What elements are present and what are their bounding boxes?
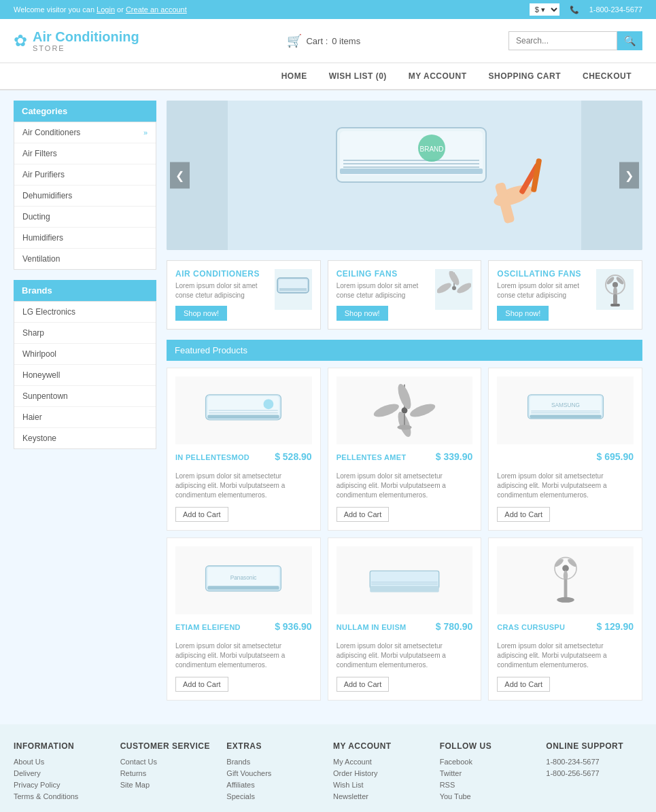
search-input[interactable] — [508, 31, 617, 50]
categories-section: Categories Air Conditioners » Air Filter… — [14, 101, 156, 270]
footer-vouchers[interactable]: Gift Vouchers — [226, 769, 323, 777]
logo-sub: STORE — [33, 44, 139, 52]
promo-ac-desc: Lorem ipsum dolor sit amet conse ctetur … — [175, 281, 269, 300]
promo-osc-title: OSCILLATING FANS — [497, 269, 591, 279]
add-cart-btn-4[interactable]: Add to Cart — [175, 677, 228, 692]
footer-specials[interactable]: Specials — [226, 792, 323, 800]
currency-selector[interactable]: $ ▾ — [530, 3, 559, 16]
logo-name: Air Conditioning — [33, 29, 139, 44]
svg-point-43 — [397, 425, 411, 429]
footer-twitter[interactable]: Twitter — [440, 769, 536, 777]
sidebar-item-honeywell[interactable]: Honeywell — [14, 365, 156, 386]
promo-ceiling-btn[interactable]: Shop now! — [336, 306, 388, 321]
nav-home[interactable]: HOME — [271, 63, 318, 89]
sidebar-item-air-conditioners[interactable]: Air Conditioners » — [14, 122, 156, 143]
nav-checkout[interactable]: CHECKOUT — [572, 63, 642, 89]
footer-col-social: FOLLOW US Facebook Twitter RSS You Tube — [440, 741, 536, 804]
footer-myaccount[interactable]: My Account — [333, 758, 430, 766]
promo-card-ceiling: CEILING FANS Lorem ipsum dolor sit amet … — [328, 260, 482, 330]
product-name-2: PELLENTES AMET — [336, 453, 407, 461]
footer-brands[interactable]: Brands — [226, 758, 323, 766]
slider-prev-button[interactable]: ❮ — [170, 162, 190, 189]
footer-terms[interactable]: Terms & Conditions — [14, 792, 110, 800]
svg-point-38 — [373, 402, 401, 420]
cart-items: 0 items — [332, 36, 360, 46]
product-grid: IN PELLENTESMOD $ 528.90 Lorem ipsum dol… — [167, 368, 642, 701]
footer-delivery[interactable]: Delivery — [14, 769, 110, 777]
promo-ceiling-desc: Lorem ipsum dolor sit amet conse ctetur … — [336, 281, 430, 300]
sidebar-item-air-purifiers[interactable]: Air Purifiers — [14, 164, 156, 186]
footer-phone2: 1-800-256-5677 — [546, 769, 642, 777]
footer-returns[interactable]: Returns — [120, 769, 217, 777]
footer-wishlist[interactable]: Wish List — [333, 781, 430, 789]
add-cart-btn-1[interactable]: Add to Cart — [175, 507, 228, 522]
svg-point-18 — [452, 286, 456, 290]
promo-ac-btn[interactable]: Shop now! — [175, 306, 227, 321]
sidebar: Categories Air Conditioners » Air Filter… — [14, 101, 156, 701]
product-img-5 — [336, 546, 473, 614]
footer-affiliates[interactable]: Affiliates — [226, 781, 323, 789]
add-cart-btn-2[interactable]: Add to Cart — [336, 507, 390, 522]
footer-privacy[interactable]: Privacy Policy — [14, 781, 110, 789]
header-cart[interactable]: 🛒 Cart : 0 items — [287, 33, 360, 48]
footer-info-title: INFORMATION — [14, 741, 110, 751]
slider-next-button[interactable]: ❯ — [619, 162, 639, 189]
footer-social-title: FOLLOW US — [440, 741, 536, 751]
sidebar-item-air-filters[interactable]: Air Filters — [14, 143, 156, 164]
svg-rect-46 — [530, 414, 601, 418]
sidebar-item-lg[interactable]: LG Electronics — [14, 302, 156, 323]
sidebar-item-ventilation[interactable]: Ventilation — [14, 249, 156, 269]
product-img-2 — [336, 376, 473, 444]
login-link[interactable]: Login — [97, 5, 115, 14]
nav-cart[interactable]: SHOPPING CART — [477, 63, 572, 89]
product-card-5: NULLAM IN EUISM $ 780.90 Lorem ipsum dol… — [328, 537, 482, 701]
content-area: ❮ BRAND — [167, 101, 642, 701]
footer-rss[interactable]: RSS — [440, 781, 536, 789]
sidebar-item-ducting[interactable]: Ducting — [14, 207, 156, 228]
product-price-2: $ 339.90 — [436, 451, 473, 462]
search-button[interactable]: 🔍 — [617, 31, 642, 50]
svg-rect-32 — [208, 414, 279, 419]
top-bar: Welcome visitor you can Login or Create … — [0, 0, 656, 19]
sidebar-item-haier[interactable]: Haier — [14, 407, 156, 428]
product-name-1: IN PELLENTESMOD — [175, 453, 249, 461]
promo-osc-btn[interactable]: Shop now! — [497, 306, 549, 321]
add-cart-btn-6[interactable]: Add to Cart — [497, 677, 550, 692]
footer-account-title: MY ACCOUNT — [333, 741, 430, 751]
add-cart-btn-5[interactable]: Add to Cart — [336, 677, 390, 692]
logo[interactable]: ✿ Air Conditioning STORE — [14, 29, 139, 52]
footer-about[interactable]: About Us — [14, 758, 110, 766]
brands-list: LG Electronics Sharp Whirlpool Honeywell… — [14, 301, 156, 449]
add-cart-btn-3[interactable]: Add to Cart — [497, 507, 550, 522]
sidebar-item-whirlpool[interactable]: Whirlpool — [14, 344, 156, 365]
footer-youtube[interactable]: You Tube — [440, 792, 536, 800]
sidebar-item-sunpentown[interactable]: Sunpentown — [14, 386, 156, 407]
sidebar-item-dehumidifiers[interactable]: Dehumidifiers — [14, 186, 156, 207]
product-name-5: NULLAM IN EUISM — [336, 623, 407, 631]
slider-svg: BRAND — [228, 101, 581, 250]
nav-account[interactable]: MY ACCOUNT — [398, 63, 478, 89]
cart-icon: 🛒 — [287, 33, 302, 48]
footer-sitemap[interactable]: Site Map — [120, 781, 217, 789]
footer-contact[interactable]: Contact Us — [120, 758, 217, 766]
nav-wishlist[interactable]: WISH LIST (0) — [318, 63, 398, 89]
sidebar-item-humidifiers[interactable]: Humidifiers — [14, 228, 156, 249]
top-bar-right: $ ▾ 📞 1-800-234-5677 — [530, 3, 642, 16]
main-content: Categories Air Conditioners » Air Filter… — [0, 90, 656, 711]
svg-rect-52 — [208, 586, 279, 590]
sidebar-item-sharp[interactable]: Sharp — [14, 323, 156, 344]
footer-facebook[interactable]: Facebook — [440, 758, 536, 766]
product-price-3: $ 695.90 — [597, 451, 634, 462]
product-name-4: ETIAM ELEIFEND — [175, 623, 241, 631]
main-nav: HOME WISH LIST (0) MY ACCOUNT SHOPPING C… — [0, 63, 656, 90]
promo-ac-title: AIR CONDITIONERS — [175, 269, 269, 279]
sidebar-item-keystone[interactable]: Keystone — [14, 428, 156, 448]
footer-newsletter[interactable]: Newsletter — [333, 792, 430, 800]
header: ✿ Air Conditioning STORE 🛒 Cart : 0 item… — [0, 19, 656, 63]
footer-col-service: CUSTOMER SERVICE Contact Us Returns Site… — [120, 741, 217, 804]
product-price-1: $ 528.90 — [275, 451, 312, 462]
create-account-link[interactable]: Create an account — [126, 5, 187, 14]
categories-title: Categories — [14, 101, 156, 122]
footer-orderhistory[interactable]: Order History — [333, 769, 430, 777]
phone-number: 1-800-234-5677 — [589, 5, 642, 14]
